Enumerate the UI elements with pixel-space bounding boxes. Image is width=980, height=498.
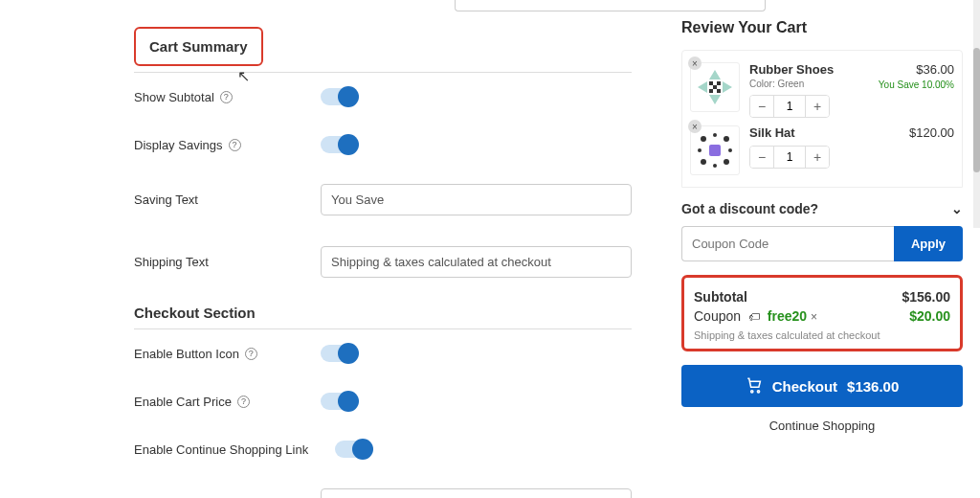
cart-icon [746,376,763,396]
qty-minus-button[interactable]: − [750,147,773,168]
svg-rect-5 [709,81,713,85]
apply-coupon-button[interactable]: Apply [894,226,963,261]
svg-point-20 [750,390,752,392]
coupon-amount: $20.00 [909,308,950,324]
continue-shopping-link[interactable]: Continue Shopping [681,407,963,444]
svg-rect-7 [709,89,713,93]
svg-point-17 [713,164,717,168]
enable-continue-link-toggle[interactable] [335,441,369,458]
svg-point-12 [701,136,706,142]
quantity-stepper[interactable]: − + [749,95,830,118]
enable-cart-price-label: Enable Cart Price ? [134,395,321,409]
checkout-total: $136.00 [847,378,899,395]
cart-scrollbar[interactable] [973,0,980,228]
cursor-icon: ↖ [237,67,250,85]
review-cart-heading: Review Your Cart [681,19,963,36]
saving-text-label: Saving Text [134,192,321,207]
display-savings-label: Display Savings ? [134,138,321,152]
product-price: $36.00 [872,62,954,77]
help-icon[interactable]: ? [229,139,241,151]
qty-plus-button[interactable]: + [806,96,829,117]
checkout-label: Checkout [772,378,837,395]
help-icon[interactable]: ? [220,91,233,103]
cart-item: × Rubber Shoes Color: Green − + [690,58,954,122]
product-thumbnail [690,62,740,112]
discount-code-heading[interactable]: Got a discount code? ⌄ [681,188,963,226]
svg-point-15 [724,159,729,165]
enable-button-icon-label: Enable Button Icon ? [134,347,321,361]
subtotal-value: $156.00 [902,289,950,305]
product-name: Silk Hat [749,125,862,140]
cart-items: × Rubber Shoes Color: Green − + [681,50,963,188]
shipping-text-label: Shipping Text [134,255,321,269]
svg-rect-9 [713,85,717,89]
shipping-note: Shipping & taxes calculated at checkout [694,326,950,341]
checkout-section-heading: Checkout Section [134,293,632,329]
tag-icon: 🏷 [748,310,760,324]
chevron-down-icon: ⌄ [951,201,963,216]
order-summary: Subtotal $156.00 Coupon 🏷 free20 × $20.0… [681,275,963,351]
show-subtotal-label: Show Subtotal ? [134,90,321,104]
remove-item-button[interactable]: × [688,57,702,70]
qty-input[interactable] [773,96,806,117]
svg-point-19 [728,148,732,152]
continue-text-input[interactable] [321,488,632,498]
product-variant: Color: Green [749,79,862,89]
enable-continue-link-label: Enable Continue Shopping Link [134,442,335,457]
help-icon[interactable]: ? [245,348,257,360]
svg-rect-6 [717,81,721,85]
product-name: Rubber Shoes [749,62,862,77]
shipping-text-input[interactable] [321,246,632,278]
display-savings-toggle[interactable] [321,136,355,153]
enable-button-icon-toggle[interactable] [321,345,355,362]
svg-rect-11 [709,145,721,156]
quantity-stepper[interactable]: − + [749,146,830,169]
svg-point-18 [698,148,702,152]
subtotal-label: Subtotal [694,289,747,305]
qty-input[interactable] [773,147,806,168]
product-savings: You Save 10.00% [872,79,954,90]
remove-coupon-button[interactable]: × [811,310,817,324]
qty-plus-button[interactable]: + [806,147,829,168]
coupon-label: Coupon [694,308,741,324]
product-thumbnail [690,125,740,175]
cart-item: × Silk Hat − + $120.00 [690,122,954,179]
help-icon[interactable]: ? [237,396,250,408]
checkout-button[interactable]: Checkout $136.00 [681,365,963,407]
cart-summary-heading: Cart Summary [134,27,263,66]
svg-point-13 [724,136,729,142]
product-price: $120.00 [872,125,954,140]
svg-rect-8 [717,89,721,93]
enable-cart-price-toggle[interactable] [321,393,355,410]
remove-item-button[interactable]: × [688,120,702,133]
coupon-code: free20 [768,308,807,324]
svg-point-21 [757,390,759,392]
saving-text-input[interactable] [321,184,632,215]
svg-point-14 [701,159,706,165]
coupon-code-input[interactable] [681,226,894,261]
qty-minus-button[interactable]: − [750,96,773,117]
svg-point-16 [713,133,717,137]
show-subtotal-toggle[interactable] [321,88,355,105]
